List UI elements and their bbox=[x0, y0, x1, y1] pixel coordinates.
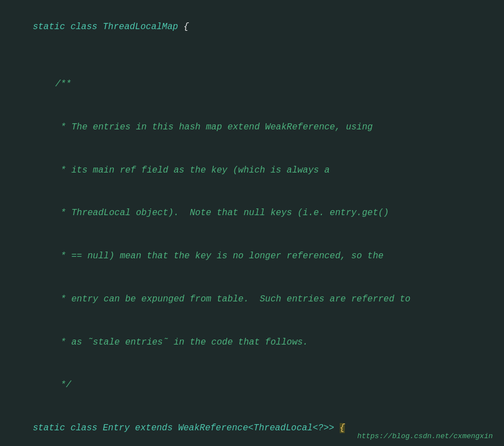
classname-weakref: WeakReference<ThreadLocal<?>> bbox=[178, 423, 334, 433]
comment-close: */ bbox=[55, 380, 71, 390]
code-line-comment-5: * == null) mean that the key is no longe… bbox=[0, 235, 504, 278]
code-line-comment-7: * as ˜stale entries˜ in the code that fo… bbox=[0, 321, 504, 364]
classname-entry: Entry bbox=[103, 423, 135, 433]
keyword-class-2: class bbox=[71, 423, 103, 433]
keyword-static: static bbox=[33, 22, 70, 32]
code-line-1: static class ThreadLocalMap { bbox=[0, 6, 504, 49]
code-line-comment-end: */ bbox=[0, 364, 504, 407]
code-line-comment-2: * The entries in this hash map extend We… bbox=[0, 106, 504, 149]
comment-line-2: * The entries in this hash map extend We… bbox=[55, 122, 373, 132]
classname-threadlocalmap: ThreadLocalMap bbox=[103, 22, 178, 32]
code-container: static class ThreadLocalMap { /** * The … bbox=[0, 0, 504, 446]
code-line-comment-4: * ThreadLocal object). Note that null ke… bbox=[0, 192, 504, 235]
space bbox=[178, 22, 184, 32]
brace-entry-open: { bbox=[340, 423, 345, 433]
code-line-comment-start: /** bbox=[0, 63, 504, 106]
keyword-extends: extends bbox=[135, 423, 178, 433]
comment-line-7: * as ˜stale entries˜ in the code that fo… bbox=[55, 337, 308, 347]
code-line-blank-1 bbox=[0, 49, 504, 63]
code-line-comment-3: * its main ref field as the key (which i… bbox=[0, 149, 504, 192]
comment-open: /** bbox=[55, 79, 71, 89]
keyword-static-2: static bbox=[33, 423, 70, 433]
brace-open: { bbox=[183, 22, 189, 32]
comment-line-5: * == null) mean that the key is no longe… bbox=[55, 251, 383, 261]
space2 bbox=[334, 423, 340, 433]
watermark: https://blog.csdn.net/cxmengxin bbox=[357, 432, 493, 440]
comment-line-4: * ThreadLocal object). Note that null ke… bbox=[55, 208, 389, 218]
keyword-class: class bbox=[71, 22, 103, 32]
code-line-comment-6: * entry can be expunged from table. Such… bbox=[0, 278, 504, 321]
comment-line-6: * entry can be expunged from table. Such… bbox=[55, 294, 410, 304]
comment-line-3: * its main ref field as the key (which i… bbox=[55, 165, 330, 175]
